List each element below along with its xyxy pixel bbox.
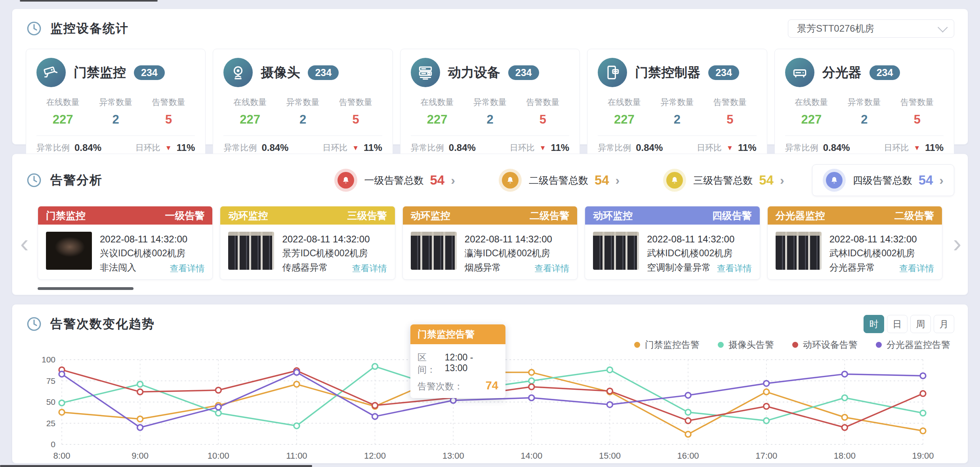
alarm-time: 2022-08-11 14:32:00 bbox=[647, 232, 734, 246]
carousel-scrollbar[interactable] bbox=[38, 287, 133, 290]
device-name: 动力设备 bbox=[448, 64, 500, 82]
view-details-link[interactable]: 查看详情 bbox=[717, 263, 752, 274]
svg-text:17:00: 17:00 bbox=[755, 451, 777, 461]
room-select[interactable]: 景芳STT0276机房 bbox=[788, 19, 954, 38]
alarm-analysis-panel: 告警分析 一级告警总数 54 › 二级告警总数 54 › 三级告警总数 54 › bbox=[12, 154, 968, 295]
view-details-link[interactable]: 查看详情 bbox=[899, 263, 934, 274]
abnormal-value: 2 bbox=[89, 112, 142, 127]
alarm-card: 动环监控 二级告警 2022-08-11 14:32:00 瀛海IDC机楼002… bbox=[402, 206, 578, 280]
dod-label: 日环比 bbox=[697, 142, 722, 153]
alarm-value: 5 bbox=[142, 112, 195, 127]
svg-text:12:00: 12:00 bbox=[364, 451, 386, 461]
view-details-link[interactable]: 查看详情 bbox=[352, 263, 387, 274]
tooltip-count-label: 告警次数： bbox=[418, 380, 463, 393]
online-label: 在线数量 bbox=[785, 97, 838, 108]
svg-text:18:00: 18:00 bbox=[834, 451, 856, 461]
alarm-label: 告警数量 bbox=[517, 97, 569, 108]
trend-down-icon: ▼ bbox=[726, 145, 733, 151]
legend-dot-icon bbox=[634, 342, 640, 348]
legend-item[interactable]: 摄像头告警 bbox=[718, 339, 774, 351]
room-select-value: 景芳STT0276机房 bbox=[797, 22, 874, 35]
tooltip-body: 区间： 12:00 - 13:00 告警次数： 74 bbox=[410, 344, 505, 398]
legend-item[interactable]: 门禁监控告警 bbox=[634, 339, 700, 351]
chevron-down-icon bbox=[938, 22, 948, 32]
alarm-location: 景芳IDC机楼002机房 bbox=[282, 246, 370, 261]
svg-text:11:00: 11:00 bbox=[286, 451, 307, 461]
view-details-link[interactable]: 查看详情 bbox=[170, 263, 204, 274]
clock-icon bbox=[26, 316, 42, 332]
legend-dot-icon bbox=[718, 342, 724, 348]
carousel-prev-icon[interactable]: ‹ bbox=[20, 231, 29, 256]
abnormal-label: 异常数量 bbox=[463, 97, 516, 108]
online-value: 227 bbox=[36, 112, 89, 127]
device-total-badge: 234 bbox=[134, 65, 165, 80]
alarm-level-label: 一级告警总数 bbox=[364, 174, 424, 187]
ratio-label: 异常比例 bbox=[785, 142, 818, 153]
alarm-card: 动环监控 四级告警 2022-08-11 14:32:00 武林IDC机楼002… bbox=[585, 206, 760, 280]
alarm-level-summary-list: 一级告警总数 54 › 二级告警总数 54 › 三级告警总数 54 › 四级告警… bbox=[291, 164, 955, 196]
online-value: 227 bbox=[411, 112, 463, 127]
alarm-location: 瀛海IDC机楼002机房 bbox=[465, 246, 552, 261]
alarm-card-list: 门禁监控 一级告警 2022-08-11 14:32:00 兴议IDC机楼002… bbox=[38, 206, 942, 280]
alarm-bell-icon bbox=[823, 169, 846, 192]
svg-text:16:00: 16:00 bbox=[677, 451, 699, 461]
svg-text:75: 75 bbox=[46, 376, 55, 385]
ratio-value: 0.84% bbox=[636, 142, 663, 153]
ratio-value: 0.84% bbox=[74, 142, 101, 153]
svg-text:25: 25 bbox=[46, 419, 55, 428]
ratio-label: 异常比例 bbox=[36, 142, 70, 153]
alarm-label: 告警数量 bbox=[142, 97, 195, 108]
legend-item[interactable]: 分光器监控告警 bbox=[876, 339, 950, 351]
online-value: 227 bbox=[223, 112, 276, 127]
tooltip-count-value: 74 bbox=[486, 379, 498, 392]
chevron-right-icon: › bbox=[939, 173, 944, 188]
time-range-button[interactable]: 月 bbox=[934, 315, 954, 333]
svg-text:19:00: 19:00 bbox=[912, 451, 934, 461]
alarm-level-summary[interactable]: 三级告警总数 54 › bbox=[663, 169, 784, 192]
time-range-button[interactable]: 周 bbox=[910, 315, 931, 333]
ratio-label: 异常比例 bbox=[223, 142, 257, 153]
alarm-level: 一级告警 bbox=[165, 209, 204, 222]
alarm-time: 2022-08-11 14:32:00 bbox=[829, 232, 917, 246]
dod-value: 11% bbox=[738, 142, 757, 153]
legend-item[interactable]: 动环设备告警 bbox=[792, 339, 858, 351]
tooltip-title: 门禁监控告警 bbox=[410, 324, 505, 344]
dod-value: 11% bbox=[551, 142, 570, 153]
dod-value: 11% bbox=[364, 142, 382, 153]
dod-value: 11% bbox=[177, 142, 195, 153]
view-details-link[interactable]: 查看详情 bbox=[534, 263, 569, 274]
alarm-level-count: 54 bbox=[759, 173, 774, 188]
alarm-location: 兴议IDC机楼002机房 bbox=[100, 246, 187, 261]
alarm-level-summary[interactable]: 四级告警总数 54 › bbox=[812, 164, 954, 196]
alarm-level-summary[interactable]: 二级告警总数 54 › bbox=[499, 169, 620, 192]
abnormal-value: 2 bbox=[651, 112, 704, 127]
svg-text:13:00: 13:00 bbox=[442, 451, 464, 461]
clock-icon bbox=[26, 172, 42, 189]
device-stats-title: 监控设备统计 bbox=[50, 20, 129, 37]
carousel-next-icon[interactable]: › bbox=[953, 231, 961, 256]
alarm-label: 告警数量 bbox=[891, 97, 944, 108]
device-total-badge: 234 bbox=[308, 65, 339, 80]
abnormal-value: 2 bbox=[276, 112, 329, 127]
ratio-label: 异常比例 bbox=[411, 142, 444, 153]
device-stat-card: 门禁监控 234 在线数量227 异常数量2 告警数量5 异常比例 0.84% … bbox=[26, 49, 206, 161]
controller-icon bbox=[598, 58, 627, 87]
abnormal-label: 异常数量 bbox=[276, 97, 329, 108]
alarm-level-summary[interactable]: 一级告警总数 54 › bbox=[334, 169, 455, 192]
alarm-snapshot-image bbox=[411, 232, 457, 270]
alarm-label: 告警数量 bbox=[329, 97, 382, 108]
screen-artifact-top bbox=[20, 0, 158, 2]
alarm-trend-panel: 告警次数变化趋势 时 日 周 月 门禁监控告警 摄像头告警 动环设备告警 分光器… bbox=[12, 304, 968, 463]
time-range-button[interactable]: 日 bbox=[887, 315, 908, 333]
device-stat-card: 动力设备 234 在线数量227 异常数量2 告警数量5 异常比例 0.84% … bbox=[400, 49, 580, 161]
alarm-value: 5 bbox=[329, 112, 382, 127]
time-range-button[interactable]: 时 bbox=[864, 315, 884, 333]
tooltip-range-label: 区间： bbox=[418, 351, 445, 376]
online-label: 在线数量 bbox=[411, 97, 463, 108]
alarm-bell-icon bbox=[499, 169, 522, 192]
online-value: 227 bbox=[785, 112, 838, 127]
device-stat-card: 摄像头 234 在线数量227 异常数量2 告警数量5 异常比例 0.84% 日… bbox=[213, 49, 393, 161]
device-name: 门禁控制器 bbox=[635, 64, 700, 82]
alarm-source: 动环监控 bbox=[411, 209, 450, 222]
alarm-analysis-title: 告警分析 bbox=[50, 172, 103, 189]
